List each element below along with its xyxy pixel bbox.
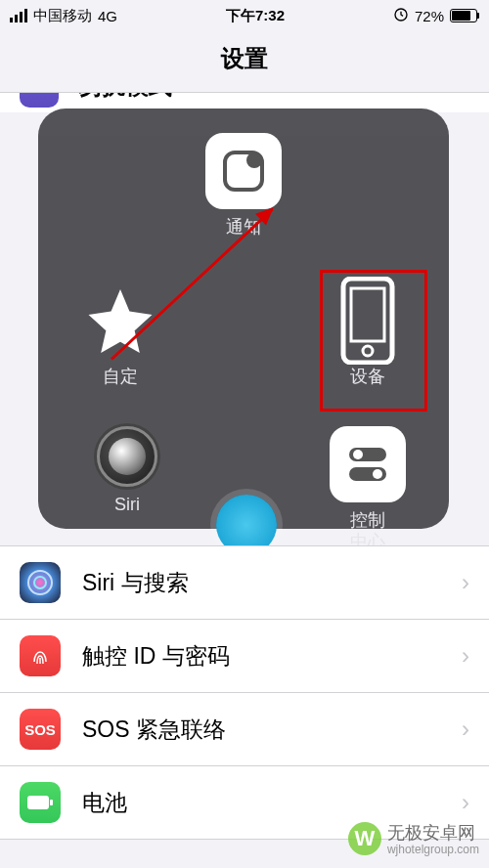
at-notification[interactable]: 通知 [205,133,282,239]
page-title: 设置 [0,31,489,92]
svg-point-10 [28,571,52,594]
status-time: 下午7:32 [226,7,285,25]
chevron-right-icon: › [462,569,469,596]
watermark-name: 无极安卓网 [387,823,475,843]
svg-rect-13 [50,800,53,805]
row-siri-label: Siri 与搜索 [82,568,462,598]
rotation-lock-icon [393,7,409,25]
svg-point-7 [353,450,363,459]
chevron-right-icon: › [462,642,469,670]
network-label: 4G [98,8,117,24]
watermark-url: wjhotelgroup.com [387,843,479,856]
settings-row-sos[interactable]: SOS SOS 紧急联络 › [0,693,489,766]
settings-row-touchid[interactable]: 触控 ID 与密码 › [0,620,489,693]
at-custom[interactable]: 自定 [82,282,158,388]
status-left: 中国移动 4G [10,7,117,25]
battery-row-icon [20,782,61,823]
assistive-touch-menu: 通知 自定 设备 Siri 主屏幕 控制 中心 [38,108,449,529]
watermark-logo-icon: W [348,822,381,855]
siri-app-icon [20,562,61,603]
chevron-right-icon: › [462,789,469,816]
at-siri-label: Siri [114,495,140,516]
at-control-center[interactable]: 控制 中心 [330,426,406,552]
row-touchid-label: 触控 ID 与密码 [82,641,462,672]
battery-icon [450,9,479,22]
watermark: W 无极安卓网 wjhotelgroup.com [348,821,479,856]
signal-icon [10,9,27,22]
battery-pct: 72% [415,8,444,24]
row-battery-label: 电池 [82,788,462,818]
at-custom-label: 自定 [103,367,138,388]
at-siri[interactable]: Siri [97,426,157,516]
status-right: 72% [393,7,479,25]
carrier-label: 中国移动 [33,7,92,25]
annotation-highlight [320,270,427,412]
control-center-icon [330,426,406,502]
siri-icon [97,426,157,487]
svg-point-9 [373,469,382,479]
svg-rect-12 [27,796,49,809]
row-sos-label: SOS 紧急联络 [82,715,462,745]
settings-list: Siri 与搜索 › 触控 ID 与密码 › SOS SOS 紧急联络 › 电池… [0,545,489,840]
svg-point-2 [246,152,262,168]
svg-point-11 [34,577,46,588]
dnd-icon [20,92,59,108]
settings-row-siri[interactable]: Siri 与搜索 › [0,545,489,620]
sos-icon: SOS [20,709,61,750]
touchid-icon [20,635,61,676]
status-bar: 中国移动 4G 下午7:32 72% [0,0,489,31]
dnd-label: 勿扰模式 [78,92,172,102]
notification-icon [205,133,282,209]
chevron-right-icon: › [462,716,469,743]
